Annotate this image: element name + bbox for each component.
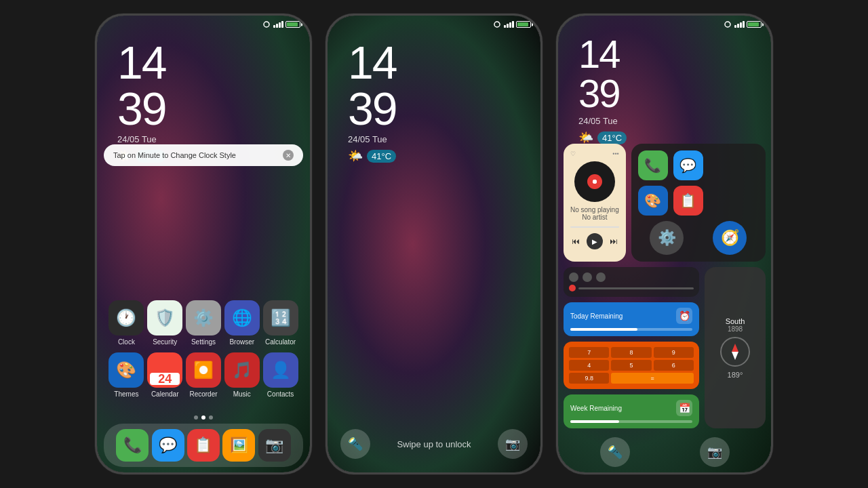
signal-bar-1-2	[504, 25, 506, 28]
vinyl-record	[574, 161, 615, 202]
dock-camera[interactable]: 📷	[258, 429, 291, 462]
dot-2[interactable]	[201, 415, 205, 420]
app-security[interactable]: 🛡️ Security	[147, 300, 182, 346]
music-widget[interactable]: ♡ ••• No song playing No artist	[564, 144, 626, 262]
lock-clock: 14 39 24/05 Tue 🌤️ 41°C	[348, 39, 397, 163]
today-widget[interactable]: Today Remaining ⏰	[564, 302, 699, 336]
signal-bar-4-2	[512, 21, 514, 28]
svg-point-1	[494, 22, 500, 27]
widget-clock-hour: 14	[578, 35, 627, 74]
contacts-app-icon: 👤	[263, 352, 298, 388]
app-row-2: 🎨 Themes 24 Calendar ⏺️ Recorder 🎵 Music	[107, 352, 300, 398]
power-button-3[interactable]	[772, 97, 773, 124]
next-button[interactable]: ⏭	[610, 237, 618, 246]
app-calendar[interactable]: 24 Calendar	[147, 352, 182, 398]
widget-themes-icon[interactable]: 🎨	[638, 186, 668, 216]
widget-clock-date: 24/05 Tue	[578, 116, 627, 126]
vinyl-center	[587, 174, 602, 189]
status-icons-2	[492, 21, 531, 28]
app-row-1: 🕐 Clock 🛡️ Security ⚙️ Settings 🌐 Browse…	[107, 300, 300, 346]
themes-app-label: Themes	[114, 390, 138, 398]
widget-phone-icon[interactable]: 📞	[638, 150, 668, 180]
signal-icon-2	[504, 21, 514, 28]
settings-widget-btn[interactable]: ⚙️	[650, 221, 684, 255]
camera-quick-button[interactable]: 📷	[498, 429, 528, 459]
calculator-app-label: Calculator	[265, 338, 296, 346]
calc-btn-5[interactable]: 5	[611, 360, 651, 371]
clock-app-icon: 🕐	[108, 300, 144, 336]
widget-flashlight-btn[interactable]: 🔦	[600, 437, 630, 467]
signal-icon-3	[734, 21, 745, 28]
volume-up-button-3[interactable]	[556, 83, 557, 104]
music-heart-icon: ♡	[570, 150, 576, 157]
toast-close-button[interactable]: ✕	[283, 150, 294, 161]
dock-phone[interactable]: 📞	[116, 429, 149, 462]
volume-down-button-2[interactable]	[326, 110, 327, 131]
volume-down-button[interactable]	[95, 110, 96, 131]
app-recorder[interactable]: ⏺️ Recorder	[186, 352, 221, 398]
widget-row-2: Today Remaining ⏰ 7 8 9 4	[564, 267, 766, 428]
volume-down-button-3[interactable]	[556, 110, 557, 131]
flashlight-button[interactable]: 🔦	[340, 429, 370, 459]
app-contacts[interactable]: 👤 Contacts	[263, 352, 298, 398]
calc-btn-8[interactable]: 8	[611, 347, 651, 358]
play-button[interactable]: ▶	[587, 233, 603, 249]
week-widget[interactable]: Week Remaining 📅	[564, 394, 699, 428]
toast-notification: Tap on Minute to Change Clock Style ✕	[104, 144, 303, 166]
south-widget[interactable]: South 1898 189°	[705, 267, 766, 428]
app-themes[interactable]: 🎨 Themes	[108, 352, 144, 398]
misc-widget-row2	[569, 285, 694, 291]
calc-btn-4[interactable]: 4	[569, 360, 609, 371]
direction-widget-btn[interactable]: 🧭	[713, 221, 747, 255]
security-app-icon: 🛡️	[147, 300, 182, 336]
app-browser[interactable]: 🌐 Browser	[224, 300, 260, 346]
compass-widget	[720, 337, 750, 367]
signal-bar-1-3	[734, 25, 736, 28]
calc-btn-7[interactable]: 7	[569, 347, 609, 358]
dot-3[interactable]	[209, 415, 213, 420]
calc-btn-6[interactable]: 6	[654, 360, 694, 371]
status-bar-3	[558, 21, 771, 28]
app-clock[interactable]: 🕐 Clock	[108, 300, 144, 346]
widget-clock-minute: 39	[578, 74, 627, 113]
widget-camera-btn[interactable]: 📷	[700, 437, 730, 467]
calc-btn-equals[interactable]: =	[611, 373, 694, 384]
app-music[interactable]: 🎵 Music	[224, 352, 260, 398]
needle-bottom	[732, 352, 738, 360]
dock-gallery[interactable]: 🖼️	[222, 429, 255, 462]
swipe-text: Swipe up to unlock	[397, 439, 471, 449]
power-button-2[interactable]	[541, 97, 542, 124]
prev-button[interactable]: ⏮	[572, 237, 580, 246]
widget-weather: 🌤️ 41°C	[578, 130, 627, 145]
calculator-widget[interactable]: 7 8 9 4 5 6 9.8 =	[564, 342, 699, 389]
small-widgets-col: Today Remaining ⏰ 7 8 9 4	[564, 267, 699, 428]
dot-1[interactable]	[194, 415, 198, 420]
app-settings[interactable]: ⚙️ Settings	[186, 300, 221, 346]
widget-weather-temp: 41°C	[597, 131, 627, 144]
music-app-icon: 🎵	[224, 352, 260, 388]
power-button[interactable]	[311, 97, 312, 124]
week-widget-label: Week Remaining	[570, 405, 622, 412]
signal-bar-4-3	[743, 21, 745, 28]
page-dots	[97, 415, 310, 420]
compass-needle	[731, 344, 739, 360]
volume-up-button[interactable]	[95, 83, 96, 104]
music-dots-icon: •••	[612, 150, 618, 157]
widget-notes-icon[interactable]: 📋	[673, 186, 703, 216]
volume-up-button-2[interactable]	[326, 83, 327, 104]
dot-icon-1	[569, 272, 578, 282]
today-progress-bar	[570, 328, 692, 331]
music-app-label: Music	[233, 390, 251, 398]
recorder-app-icon: ⏺️	[186, 352, 221, 388]
dock-messages[interactable]: 💬	[152, 429, 184, 462]
phone3-screen: 14 39 24/05 Tue 🌤️ 41°C ♡ •••	[558, 16, 771, 472]
widget-messages-icon[interactable]: 💬	[673, 150, 703, 180]
calc-btn-9[interactable]: 9	[654, 347, 694, 358]
lock-weather-icon: 🌤️	[348, 148, 363, 163]
south-subtitle: 1898	[728, 325, 743, 333]
app-calculator[interactable]: 🔢 Calculator	[263, 300, 298, 346]
dock-notes[interactable]: 📋	[187, 429, 220, 462]
lock-weather: 🌤️ 41°C	[348, 148, 397, 163]
status-bar	[97, 21, 310, 28]
today-progress-fill	[570, 328, 637, 331]
